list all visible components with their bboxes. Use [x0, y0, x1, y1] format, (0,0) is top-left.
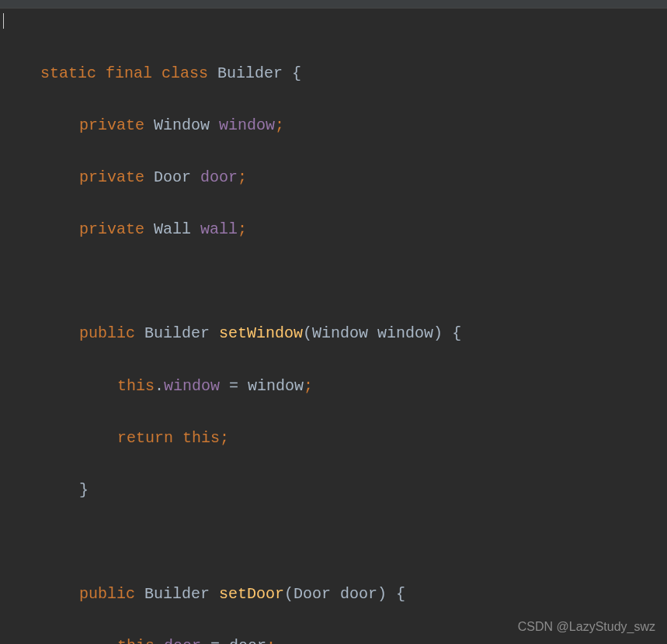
keyword-this: this — [182, 429, 220, 447]
space — [135, 324, 144, 342]
keyword-private: private — [79, 220, 144, 238]
space — [208, 64, 217, 82]
space — [210, 116, 219, 134]
space — [210, 585, 219, 603]
semicolon: ; — [238, 220, 247, 238]
field-door: door — [200, 168, 238, 186]
code-line[interactable]: private Wall wall; — [40, 216, 667, 243]
brace: { — [283, 64, 301, 82]
code-line[interactable]: this.window = window; — [40, 373, 667, 400]
keyword-final: final — [106, 64, 152, 82]
brace: } — [79, 481, 89, 499]
value: door — [229, 637, 266, 644]
code-line[interactable]: public Builder setDoor(Door door) { — [40, 581, 667, 608]
field-wall: wall — [200, 220, 238, 238]
return-type: Builder — [144, 585, 210, 603]
space — [191, 168, 200, 186]
keyword-public: public — [79, 324, 135, 342]
method-setdoor: setDoor — [219, 585, 284, 603]
field-ref: door — [164, 637, 201, 644]
type-window: Window — [154, 116, 210, 134]
keyword-private: private — [79, 168, 144, 186]
equals: = — [201, 637, 229, 644]
space — [173, 429, 182, 447]
semicolon: ; — [238, 168, 247, 186]
keyword-return: return — [117, 429, 173, 447]
dot: . — [155, 637, 164, 644]
dot: . — [155, 377, 164, 395]
semicolon: ; — [266, 637, 276, 644]
watermark-text: CSDN @LazyStudy_swz — [518, 617, 655, 638]
keyword-static: static — [40, 64, 96, 82]
space — [144, 220, 154, 238]
space — [152, 64, 162, 82]
class-name: Builder — [217, 64, 283, 82]
space — [191, 220, 200, 238]
semicolon: ; — [275, 116, 284, 134]
equals: = — [220, 377, 248, 395]
keyword-class: class — [162, 64, 208, 82]
return-type: Builder — [144, 324, 210, 342]
keyword-public: public — [79, 585, 135, 603]
field-ref: window — [164, 377, 220, 395]
keyword-this: this — [117, 377, 155, 395]
type-wall: Wall — [154, 220, 191, 238]
space — [135, 585, 144, 603]
blank-line[interactable] — [40, 529, 667, 556]
code-line[interactable]: static final class Builder { — [40, 61, 667, 87]
space — [144, 116, 154, 134]
method-setwindow: setWindow — [219, 324, 303, 342]
value: window — [248, 377, 304, 395]
keyword-this: this — [117, 637, 155, 644]
space — [96, 64, 106, 82]
code-line[interactable]: public Builder setWindow(Window window) … — [40, 320, 667, 347]
text-cursor — [3, 13, 4, 29]
space — [144, 168, 154, 186]
semicolon: ; — [304, 377, 313, 395]
params: (Door door) { — [284, 585, 405, 603]
code-line[interactable]: private Window window; — [40, 113, 667, 139]
code-line[interactable]: } — [40, 477, 667, 504]
semicolon: ; — [220, 429, 229, 447]
blank-line[interactable] — [40, 268, 667, 295]
keyword-private: private — [79, 116, 144, 134]
params: (Window window) { — [303, 324, 461, 342]
editor-top-bar — [0, 0, 667, 8]
space — [210, 324, 219, 342]
code-editor[interactable]: static final class Builder { private Win… — [0, 31, 667, 644]
code-line[interactable]: private Door door; — [40, 164, 667, 191]
cursor-line[interactable] — [0, 8, 667, 31]
code-line[interactable]: return this; — [40, 425, 667, 452]
type-door: Door — [154, 168, 191, 186]
field-window: window — [219, 116, 275, 134]
